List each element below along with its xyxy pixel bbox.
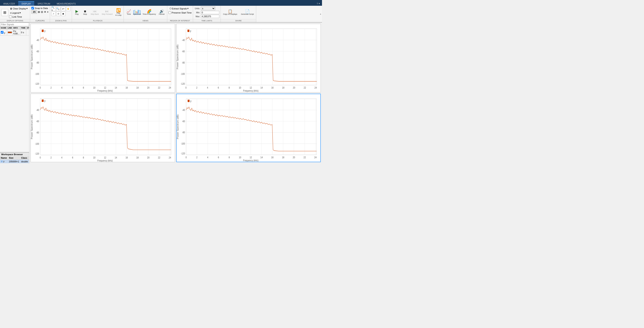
chart-svg-4: -40 -60 -80 -100 -120 0 2 4 6 8 10 12 14… <box>177 94 320 162</box>
ws-class-cell: double <box>20 160 29 164</box>
min-row: Min: 0 <box>194 11 219 14</box>
svg-text:14: 14 <box>115 156 117 159</box>
svg-text:-60: -60 <box>36 120 39 122</box>
svg-text:0: 0 <box>40 156 41 159</box>
display-grid-button[interactable]: ⊞ <box>1 9 8 16</box>
time-view-button[interactable]: 📈 Time <box>125 9 132 16</box>
time-view-label: Time <box>127 13 131 15</box>
cursors-minus-icon: ⊖ <box>41 10 43 14</box>
extract-signals-button[interactable]: ⬡ Extract Signals ▾ <box>168 6 190 10</box>
svg-rect-41 <box>186 29 317 85</box>
svg-text:4: 4 <box>61 86 62 89</box>
zoom-out-button[interactable]: 🔍- <box>56 6 61 11</box>
toolbar-scroll-arrow[interactable]: ▲ <box>320 13 322 15</box>
share-section: 📋 Copy All Displays 📄 Generate Script SH… <box>221 6 256 22</box>
workspace-row-y[interactable]: ⊞ y 205699×1 double <box>0 160 29 164</box>
svg-text:16: 16 <box>271 86 274 89</box>
signal-y-name: y <box>4 32 5 34</box>
views-section: 📈 Time 📊 Spectrum 🌈 Time-Frequency 🔊 Pan… <box>124 6 167 22</box>
svg-text:Frequency (kHz): Frequency (kHz) <box>97 159 113 162</box>
cursors-snap-icon: ⌖ <box>47 10 48 14</box>
play-button[interactable]: ▶ Play <box>73 9 80 16</box>
svg-text:Frequency (kHz): Frequency (kHz) <box>97 90 113 92</box>
min-input[interactable]: 0 <box>201 11 219 14</box>
signal-y-checkbox[interactable] <box>1 31 4 34</box>
link-time-checkbox[interactable] <box>9 15 12 18</box>
svg-text:-100: -100 <box>181 142 185 145</box>
svg-text:Power Spectrum (dB): Power Spectrum (dB) <box>176 44 179 69</box>
clear-display-button[interactable]: 🗑 Clear Display ▾ <box>9 6 29 10</box>
tab-display[interactable]: DISPLAY <box>18 1 34 6</box>
svg-text:-100: -100 <box>180 72 185 75</box>
max-input[interactable]: 4.285375 <box>201 15 219 18</box>
units-label: Units: <box>194 8 200 10</box>
max-row: Max: 4.285375 <box>194 15 219 18</box>
svg-text:y: y <box>190 100 191 102</box>
zoom-in-button[interactable]: 🔍+ <box>51 6 56 11</box>
svg-text:4: 4 <box>61 156 62 159</box>
copy-all-displays-button[interactable]: 📋 Copy All Displays <box>222 9 238 16</box>
svg-text:8: 8 <box>229 156 230 159</box>
extract-signals-label: Extract Signals <box>172 8 187 10</box>
legend-button[interactable]: ≡ Legend ▾ <box>9 11 29 15</box>
generate-script-button[interactable]: 📄 Generate Script <box>240 9 255 16</box>
signals-col-info: INFO <box>13 26 20 30</box>
time-freq-view-button[interactable]: 🌈 Time-Frequency <box>142 9 157 16</box>
svg-text:8: 8 <box>83 156 84 159</box>
ws-col-name: Name <box>0 156 8 160</box>
svg-text:8: 8 <box>228 86 230 89</box>
svg-text:2: 2 <box>50 156 52 159</box>
preserve-start-time-row[interactable]: Preserve Start Time <box>168 11 192 14</box>
svg-text:-120: -120 <box>180 82 185 85</box>
signal-checkbox-cell[interactable]: y <box>0 30 7 36</box>
roi-section: ⬡ Extract Signals ▾ Preserve Start Time … <box>167 6 193 22</box>
svg-text:12: 12 <box>104 156 106 159</box>
svg-text:-40: -40 <box>182 39 185 42</box>
share-label: SHARE <box>221 19 256 22</box>
pan-button[interactable]: ✋ <box>66 6 70 11</box>
svg-text:2: 2 <box>196 86 198 89</box>
toolbar: ⊞ 🗑 Clear Display ▾ ≡ Legend ▾ <box>0 6 322 22</box>
zoom-pan-content: 🔍+ 🔍- Z+ ✋ ⤢ ⊡ ▣ <box>50 6 72 19</box>
tab-spectrum[interactable]: SPECTRUM <box>34 2 54 6</box>
panner-icon: 🔊 <box>160 10 164 13</box>
zoom-pan-section: 🔍+ 🔍- Z+ ✋ ⤢ ⊡ ▣ ZOOM & PAN <box>50 6 72 22</box>
skip-forward-button[interactable]: ⏭ Skip Forward <box>101 9 114 16</box>
chart-bottom-left[interactable]: -40 -60 -80 -100 -120 0 2 4 6 8 10 12 14… <box>30 94 175 162</box>
chart-top-left[interactable]: -40 -60 -80 -100 -120 0 2 4 6 8 10 12 14… <box>30 24 175 92</box>
svg-text:6: 6 <box>72 86 74 89</box>
zoom-in-x-button[interactable]: Z+ <box>61 6 66 11</box>
help-icon: ? <box>317 2 318 5</box>
panner-view-button[interactable]: 🔊 Panner <box>158 9 166 16</box>
play-loop-icon: 🔁 <box>116 8 121 12</box>
chart-top-right[interactable]: -40 -60 -80 -100 -120 0 2 4 6 8 10 12 14… <box>176 24 321 92</box>
preserve-start-time-checkbox[interactable] <box>168 11 171 14</box>
time-limits-label: TIME LIMITS <box>193 19 220 22</box>
play-loop-button[interactable]: 🔁 Play in Loop <box>114 8 122 17</box>
spectrum-view-button[interactable]: 📊 Spectrum <box>133 10 140 15</box>
svg-text:12: 12 <box>250 86 252 89</box>
zoom-reset-button[interactable]: ⊡ <box>56 12 61 16</box>
signal-row-y[interactable]: y Fs: 4.80... 0 s <box>0 30 31 36</box>
snap-to-data-checkbox[interactable] <box>31 7 34 10</box>
chart-bottom-right[interactable]: -40 -60 -80 -100 -120 0 2 4 6 8 10 12 14… <box>176 94 321 162</box>
svg-text:22: 22 <box>304 156 306 159</box>
help-button[interactable]: ? ▾ <box>314 2 322 6</box>
tab-analyzer[interactable]: ANALYZER <box>0 2 18 6</box>
snap-to-data-label: Snap to Data <box>35 7 48 10</box>
filter-signals-input[interactable] <box>0 22 29 26</box>
svg-text:24: 24 <box>169 86 171 89</box>
tab-measurements[interactable]: MEASUREMENTS <box>54 2 79 6</box>
signals-col-line: LINE <box>7 26 13 30</box>
skip-back-button[interactable]: ⏮ Skip Back <box>90 9 100 16</box>
link-time-checkbox-row[interactable]: Link Time <box>9 15 29 18</box>
time-view-icon: 📈 <box>126 10 131 13</box>
ws-col-class: Class <box>20 156 29 160</box>
data-cursors-badge[interactable]: 2S <box>31 10 37 14</box>
stop-button[interactable]: ■ Stop <box>81 9 89 16</box>
snap-to-data-row[interactable]: Snap to Data <box>31 6 48 10</box>
zoom-in-y-button[interactable]: ⤢ <box>51 12 56 16</box>
roi-label: REGION OF INTEREST <box>167 19 193 22</box>
zoom-select-button[interactable]: ▣ <box>61 12 66 16</box>
units-select[interactable]: s <box>201 6 215 10</box>
